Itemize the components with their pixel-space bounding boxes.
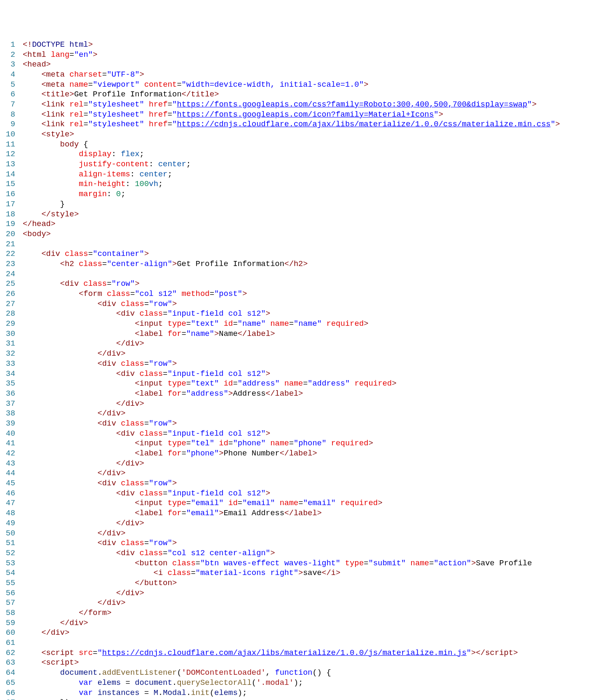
code-line[interactable]: margin: 0; bbox=[23, 189, 592, 200]
code-line[interactable]: <form class="col s12" method="post"> bbox=[23, 289, 592, 299]
code-line[interactable]: <div class="row"> bbox=[23, 299, 592, 309]
code-line[interactable]: <label for="phone">Phone Number</label> bbox=[23, 449, 592, 459]
code-line[interactable]: </div> bbox=[23, 529, 592, 539]
line-number: 21 bbox=[0, 240, 15, 250]
code-line[interactable]: <script> bbox=[23, 658, 592, 668]
code-line[interactable]: align-items: center; bbox=[23, 170, 592, 180]
code-line[interactable]: <div class="col s12 center-align"> bbox=[23, 548, 592, 559]
code-content[interactable]: <!DOCTYPE html><html lang="en"><head> <m… bbox=[23, 40, 592, 700]
code-line[interactable]: </div> bbox=[23, 628, 592, 638]
code-line[interactable] bbox=[23, 269, 592, 279]
line-number: 49 bbox=[0, 519, 15, 529]
code-line[interactable]: <input type="email" id="email" name="ema… bbox=[23, 498, 592, 508]
line-number: 43 bbox=[0, 459, 15, 469]
line-number: 62 bbox=[0, 648, 15, 658]
code-line[interactable]: <script src="https://cdnjs.cloudflare.co… bbox=[23, 648, 592, 658]
line-number: 4 bbox=[0, 70, 15, 80]
line-number: 42 bbox=[0, 449, 15, 459]
line-number: 10 bbox=[0, 130, 15, 140]
code-line[interactable]: </div> bbox=[23, 618, 592, 628]
line-number: 1 bbox=[0, 40, 15, 50]
code-line[interactable]: justify-content: center; bbox=[23, 160, 592, 170]
code-line[interactable]: <!DOCTYPE html> bbox=[23, 40, 592, 50]
code-line[interactable]: <head> bbox=[23, 60, 592, 70]
code-line[interactable]: </div> bbox=[23, 349, 592, 359]
line-number: 15 bbox=[0, 179, 15, 189]
line-number: 3 bbox=[0, 60, 15, 70]
code-line[interactable]: document.addEventListener('DOMContentLoa… bbox=[23, 668, 592, 678]
code-line[interactable]: var elems = document.querySelectorAll('.… bbox=[23, 678, 592, 688]
code-line[interactable]: </style> bbox=[23, 210, 592, 220]
code-line[interactable]: <div class="row"> bbox=[23, 279, 592, 289]
code-line[interactable]: <body> bbox=[23, 229, 592, 240]
code-line[interactable]: <div class="row"> bbox=[23, 359, 592, 369]
line-number: 55 bbox=[0, 578, 15, 588]
code-line[interactable]: <html lang="en"> bbox=[23, 50, 592, 60]
code-line[interactable]: <label for="email">Email Address</label> bbox=[23, 508, 592, 519]
line-number: 14 bbox=[0, 170, 15, 180]
line-number: 63 bbox=[0, 658, 15, 668]
line-number: 24 bbox=[0, 269, 15, 279]
code-line[interactable]: </div> bbox=[23, 409, 592, 419]
line-number: 27 bbox=[0, 299, 15, 309]
code-line[interactable]: <div class="input-field col s12"> bbox=[23, 429, 592, 439]
line-number: 9 bbox=[0, 120, 15, 130]
code-line[interactable]: <input type="text" id="address" name="ad… bbox=[23, 379, 592, 389]
code-line[interactable]: </div> bbox=[23, 468, 592, 479]
code-line[interactable]: <title>Get Profile Information</title> bbox=[23, 90, 592, 100]
line-number: 6 bbox=[0, 90, 15, 100]
code-line[interactable]: <link rel="stylesheet" href="https://cdn… bbox=[23, 120, 592, 130]
line-number: 36 bbox=[0, 389, 15, 399]
line-number: 23 bbox=[0, 259, 15, 269]
code-line[interactable]: </div> bbox=[23, 598, 592, 608]
code-line[interactable] bbox=[23, 240, 592, 250]
code-line[interactable]: <div class="row"> bbox=[23, 538, 592, 548]
code-line[interactable]: <div class="row"> bbox=[23, 419, 592, 429]
code-line[interactable]: display: flex; bbox=[23, 149, 592, 160]
line-number: 5 bbox=[0, 80, 15, 90]
code-line[interactable]: min-height: 100vh; bbox=[23, 179, 592, 189]
code-line[interactable]: <h2 class="center-align">Get Profile Inf… bbox=[23, 259, 592, 269]
code-line[interactable]: <input type="tel" id="phone" name="phone… bbox=[23, 439, 592, 449]
code-line[interactable]: <style> bbox=[23, 130, 592, 140]
line-number: 60 bbox=[0, 628, 15, 638]
code-line[interactable]: <div class="container"> bbox=[23, 249, 592, 259]
line-number: 61 bbox=[0, 638, 15, 648]
code-line[interactable]: <i class="material-icons right">save</i> bbox=[23, 568, 592, 578]
code-line[interactable]: </div> bbox=[23, 519, 592, 529]
code-line[interactable]: <label for="name">Name</label> bbox=[23, 329, 592, 339]
code-line[interactable]: body { bbox=[23, 140, 592, 150]
code-line[interactable]: </div> bbox=[23, 399, 592, 409]
line-number: 18 bbox=[0, 210, 15, 220]
code-line[interactable]: </div> bbox=[23, 339, 592, 349]
line-number: 44 bbox=[0, 468, 15, 479]
line-number: 39 bbox=[0, 419, 15, 429]
line-number: 34 bbox=[0, 369, 15, 379]
line-number: 25 bbox=[0, 279, 15, 289]
code-line[interactable] bbox=[23, 638, 592, 648]
code-line[interactable]: var instances = M.Modal.init(elems); bbox=[23, 688, 592, 698]
code-line[interactable]: <button class="btn waves-effect waves-li… bbox=[23, 559, 592, 569]
code-line[interactable]: <meta charset="UTF-8"> bbox=[23, 70, 592, 80]
code-line[interactable]: <label for="address">Address</label> bbox=[23, 389, 592, 399]
code-line[interactable]: <div class="input-field col s12"> bbox=[23, 369, 592, 379]
code-line[interactable]: </div> bbox=[23, 588, 592, 599]
code-line[interactable]: } bbox=[23, 200, 592, 210]
code-line[interactable]: <input type="text" id="name" name="name"… bbox=[23, 319, 592, 329]
line-number: 32 bbox=[0, 349, 15, 359]
code-line[interactable]: <div class="input-field col s12"> bbox=[23, 309, 592, 319]
code-line[interactable]: <div class="input-field col s12"> bbox=[23, 489, 592, 499]
line-number: 48 bbox=[0, 508, 15, 519]
line-number: 16 bbox=[0, 189, 15, 200]
line-number: 33 bbox=[0, 359, 15, 369]
code-line[interactable]: <link rel="stylesheet" href="https://fon… bbox=[23, 100, 592, 110]
code-line[interactable]: <div class="row"> bbox=[23, 479, 592, 489]
code-line[interactable]: <link rel="stylesheet" href="https://fon… bbox=[23, 110, 592, 120]
code-line[interactable]: </head> bbox=[23, 219, 592, 229]
code-line[interactable]: <meta name="viewport" content="width=dev… bbox=[23, 80, 592, 90]
code-line[interactable]: }); bbox=[23, 698, 592, 700]
code-line[interactable]: </form> bbox=[23, 608, 592, 618]
line-number: 37 bbox=[0, 399, 15, 409]
code-line[interactable]: </button> bbox=[23, 578, 592, 588]
code-line[interactable]: </div> bbox=[23, 459, 592, 469]
